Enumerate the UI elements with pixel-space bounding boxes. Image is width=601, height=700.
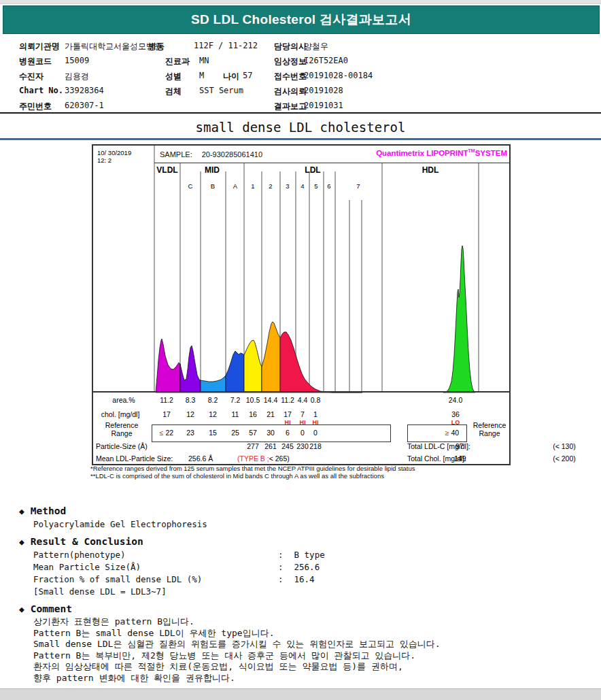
patient-info-section: 의뢰기관명가톨릭대학교서울성모병원병동112F / 11-212담당의사양철우병… [0,0,601,116]
result-colon: : [278,561,284,573]
fraction-peak-mid_b [201,376,226,393]
reference-value: 6 [286,429,290,437]
patient-field-label: 검체 [165,86,182,97]
chol-value: 17 [284,410,292,418]
comment-line: Small dense LDL은 심혈관 질환의 위험도를 증가시킬 수 있는 … [33,639,577,650]
reference-value: ≤ 22 [160,429,173,437]
divider-rule [0,112,601,114]
report-time: 12: 2 [97,156,111,164]
area-value: 11.2 [281,396,294,404]
plot-baseline [93,391,509,393]
fraction-peak-vldl [156,339,180,393]
sub-band-label: 4 [300,182,304,190]
patient-field-value: 15009 [65,56,89,65]
footnote-line: **LDL-C is comprised of the sum of chole… [90,473,415,480]
brand-logo-text: Quantimetrix LIPOPRINTTMSYSTEM [376,148,507,157]
total-ldl-reference: (< 130) [553,442,576,450]
result-value: 16.4 [294,573,315,586]
sub-band-label: B [211,182,215,190]
fraction-peak-ldl3 [280,332,362,393]
mean-particle-type: (TYPE B ;< 265) [237,454,290,463]
lipoprint-chart: 10/ 30/201912: 2SAMPLE:20-930285061410Qu… [92,144,511,465]
patient-field-value: I26T52EA0 [304,56,348,65]
result-heading-text: Result & Conclusion [31,536,143,547]
fraction-peak-ldl1 [244,340,262,393]
result-value: 256.6 [294,561,320,573]
patient-field-value: 620307-1 [65,101,104,110]
reference-value: 0 [313,429,317,437]
patient-field-label: 나이 [223,71,239,82]
diamond-bullet-icon: ◆ [19,506,24,516]
sub-band-label: 6 [327,182,330,190]
patient-field-label: 병동 [148,41,165,52]
patient-field-value: MN [199,56,209,65]
area-value: 14.4 [264,396,277,404]
area-value: 24.0 [449,396,462,404]
sample-id: 20-930285061410 [202,150,262,159]
band-label-mid: MID [205,165,220,175]
patient-field-value: SST Serum [199,86,243,95]
area-value: 0.8 [311,396,321,404]
patient-field-value: 20191028-00184 [304,71,373,80]
total-ldl-value: 97 [456,442,464,450]
chol-value: 12 [209,410,217,418]
result-row: Mean Particle Size(Å):256.6 [33,561,577,573]
chol-value: 17 [162,410,171,418]
sub-band-label: 2 [269,182,272,190]
report-date: 10/ 30/2019 [97,149,131,156]
chol-value: 36 [451,410,460,418]
particle-size-value: 218 [309,442,322,450]
diamond-bullet-icon: ◆ [19,604,24,614]
sample-label: SAMPLE: [160,150,192,159]
result-label: Pattern(phenotype) [33,549,278,561]
patient-field-label: 검사의뢰 [274,86,307,97]
sub-band-label: 5 [314,182,317,190]
chol-value: 11 [232,410,239,418]
comment-line: Pattern B는 small dense LDL이 우세한 type입니다. [33,628,577,639]
chol-value: 1 [313,410,317,418]
footnote-line: *Reference ranges derived from 125 serum… [90,465,415,473]
patient-field-label: 결과보고 [274,101,307,112]
patient-field-value: 33928364 [65,86,104,95]
result-value: B type [294,549,325,561]
area-row-label: area.% [112,396,135,404]
area-value: 7.2 [230,396,241,404]
patient-field-label: 접수번호 [274,71,307,82]
particle-size-value: 245 [281,442,294,450]
sub-band-label: A [233,182,237,190]
reference-value: 23 [186,429,194,437]
comment-line: 환자의 임상상태에 따른 적절한 치료(운동요법, 식이요법 또는 약물요법 등… [33,661,577,673]
particle-size-row-label: Particle-Size (Å) [96,442,148,450]
chol-row-label: chol. [mg/dl] [101,410,140,418]
patient-field-value: 20191031 [304,101,343,110]
result-colon: : [278,573,284,586]
chol-value: 12 [186,410,194,418]
patient-field-label: 의뢰기관명 [19,41,60,52]
band-label-vldl: VLDL [156,165,177,175]
reference-value: 30 [267,429,275,437]
patient-field-value: 양철우 [304,41,328,52]
method-body: Polyacrylamide Gel Electrophoresis [33,518,577,530]
result-heading: ◆Result & Conclusion [19,536,577,547]
reference-range-label-right: ReferenceRange [473,422,506,437]
sub-band-label: 1 [251,182,254,190]
method-heading-text: Method [31,505,66,516]
sample-row: SAMPLE:20-930285061410Quantimetrix LIPOP… [154,146,509,163]
reference-value: 25 [231,429,239,437]
reference-value: 57 [249,429,257,437]
band-label-hdl: HDL [422,165,439,175]
reference-hdl-value: ≥ 40 [445,429,459,437]
chol-value: 16 [249,410,257,418]
reference-value: 15 [209,429,217,437]
sub-band-label: 7 [356,182,360,190]
chol-value: 7 [300,410,305,418]
patient-field-value: 57 [243,71,252,80]
total-chol-value: 149 [454,454,466,463]
result-colon: : [278,549,284,561]
comment-heading-text: Comment [31,603,72,614]
fraction-peak-mid_c [180,346,201,393]
comment-line: 상기환자 표현형은 pattern B입니다. [33,616,577,628]
patient-field-value: 20191028 [304,86,343,95]
comment-heading: ◆Comment [19,603,577,614]
patient-field-label: 주민번호 [19,101,52,112]
